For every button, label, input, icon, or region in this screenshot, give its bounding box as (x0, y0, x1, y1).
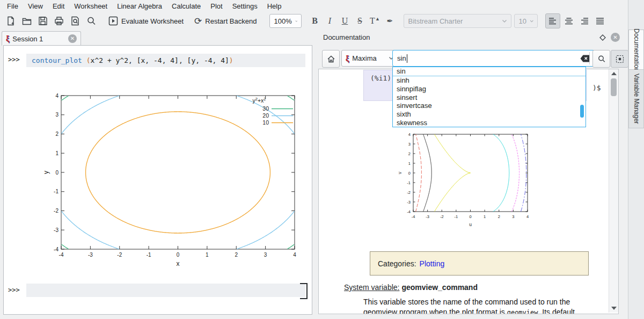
session-tab-label: Session 1 (12, 35, 43, 43)
restart-backend-button[interactable]: ⟳ Restart Backend (194, 17, 257, 26)
categories-plotting-link[interactable]: Plotting (420, 259, 445, 268)
strikethrough-button[interactable]: S (353, 16, 366, 26)
popup-scrollbar-thumb[interactable] (580, 105, 584, 118)
empty-command-entry[interactable] (26, 284, 305, 297)
completion-item-sinvertcase[interactable]: sinvertcase (393, 102, 586, 110)
svg-text:2: 2 (408, 151, 411, 156)
svg-text:-1: -1 (54, 189, 58, 194)
bold-button[interactable]: B (308, 16, 321, 26)
new-worksheet-button[interactable] (5, 16, 16, 26)
menu-item-view[interactable]: View (23, 1, 48, 11)
evaluate-worksheet-button[interactable]: Evaluate Worksheet (108, 16, 184, 26)
svg-text:-4: -4 (59, 252, 64, 258)
sidebar-tab-documentation[interactable]: Documentation (628, 30, 644, 70)
home-icon (327, 55, 335, 63)
svg-text:4: 4 (408, 132, 411, 137)
svg-text:20: 20 (262, 112, 269, 119)
svg-text:-2: -2 (54, 208, 58, 214)
restart-backend-label: Restart Backend (205, 17, 257, 25)
scrollbar-thumb[interactable] (611, 78, 617, 96)
align-left-button[interactable] (545, 13, 560, 28)
svg-text:3: 3 (512, 214, 514, 219)
menu-item-file[interactable]: File (2, 1, 23, 11)
svg-text:0: 0 (55, 170, 58, 176)
completion-item-sinsert[interactable]: sinsert (393, 93, 586, 102)
svg-text:-3: -3 (88, 252, 93, 258)
completion-item-sixth[interactable]: sixth (393, 110, 586, 119)
svg-text:-4: -4 (54, 247, 58, 252)
scroll-up-icon[interactable] (611, 72, 617, 75)
dock-close-icon[interactable]: ✕ (611, 33, 620, 42)
doc-home-button[interactable] (322, 50, 340, 68)
menu-item-plot[interactable]: Plot (206, 1, 227, 11)
zoom-value: 100% (274, 17, 291, 25)
text-color-icon[interactable]: ✒ (383, 17, 396, 25)
tab-session-1[interactable]: ξ Session 1 ✕ (2, 31, 81, 46)
worksheet-panel[interactable]: >>> contour_plot (x^2 + y^2, [x, -4, 4],… (3, 45, 312, 315)
doc-search-button[interactable] (592, 50, 610, 68)
command-entry[interactable]: contour_plot (x^2 + y^2, [x, -4, 4], [y,… (26, 54, 305, 67)
find-button[interactable] (86, 16, 97, 26)
doc-search-input[interactable]: sin (392, 50, 595, 67)
svg-text:3: 3 (408, 142, 411, 147)
svg-text:-1: -1 (407, 180, 411, 185)
search-icon (597, 55, 606, 63)
menu-item-help[interactable]: Help (262, 1, 287, 11)
clear-input-icon[interactable] (580, 55, 590, 62)
completion-item-sin[interactable]: sin (393, 67, 586, 76)
toolbar-separator (589, 52, 590, 64)
menu-item-worksheet[interactable]: Worksheet (69, 1, 112, 11)
doc-find-options-button[interactable] (611, 50, 628, 68)
align-right-button[interactable] (577, 14, 591, 28)
menu-item-settings[interactable]: Settings (228, 1, 262, 11)
chevron-down-icon (530, 19, 534, 23)
align-justify-icon (596, 17, 604, 25)
open-button[interactable] (21, 16, 32, 26)
align-justify-button[interactable] (593, 14, 607, 28)
categories-box: Categories: Plotting (370, 251, 589, 276)
doc-contour-plot-image: -4-3-2-101234-4-3-2-101234uv (395, 130, 535, 230)
italic-button[interactable]: I (323, 16, 336, 26)
font-size-combobox: 10 (514, 14, 538, 28)
svg-text:-2: -2 (440, 214, 444, 219)
completion-item-skewness[interactable]: skewness (393, 118, 586, 127)
doc-scrollbar[interactable] (609, 69, 618, 313)
search-completion-popup[interactable]: sinsinhsinnpiflagsinsertsinvertcasesixth… (392, 67, 586, 127)
superscript-button[interactable]: T▲ (368, 16, 381, 26)
font-family-value: Bitstream Charter (408, 17, 463, 25)
svg-text:-1: -1 (147, 252, 151, 258)
dock-float-icon[interactable] (599, 34, 606, 41)
tab-close-icon[interactable]: ✕ (68, 34, 77, 43)
evaluate-play-icon (108, 16, 118, 26)
menu-item-calculate[interactable]: Calculate (167, 1, 206, 11)
align-center-icon (565, 17, 573, 25)
align-right-icon (580, 17, 589, 25)
zoom-combobox[interactable]: 100% (269, 14, 302, 28)
svg-text:-3: -3 (407, 200, 411, 205)
completion-item-sinh[interactable]: sinh (393, 76, 586, 85)
print-button[interactable] (54, 16, 64, 26)
svg-text:u: u (469, 222, 472, 227)
completion-item-sinnpiflag[interactable]: sinnpiflag (393, 84, 586, 93)
svg-text:10: 10 (262, 119, 269, 126)
maxima-input-tail: )$ (592, 84, 601, 92)
doc-panel-title: Documentation (323, 33, 370, 41)
sidebar-tab-variable-manager[interactable]: Variable Manager (628, 69, 644, 128)
open-folder-icon (21, 16, 32, 26)
doc-backend-combobox[interactable]: ξ Maxima (341, 50, 398, 67)
svg-text:-2: -2 (117, 252, 122, 258)
svg-text:-1: -1 (455, 214, 458, 219)
scroll-down-icon[interactable] (611, 307, 617, 310)
doc-search-value: sin (397, 54, 406, 62)
svg-text:2: 2 (235, 252, 238, 258)
menu-item-linear-algebra[interactable]: Linear Algebra (112, 1, 167, 11)
svg-text:-4: -4 (407, 209, 411, 214)
underline-button[interactable]: U (338, 16, 351, 26)
align-center-button[interactable] (562, 14, 576, 28)
svg-text:1: 1 (484, 214, 486, 219)
superscript-arrow-icon: ▲ (375, 16, 380, 21)
menu-item-edit[interactable]: Edit (48, 1, 69, 11)
save-button[interactable] (38, 16, 48, 26)
svg-text:1: 1 (408, 161, 411, 166)
print-preview-button[interactable] (70, 16, 80, 26)
